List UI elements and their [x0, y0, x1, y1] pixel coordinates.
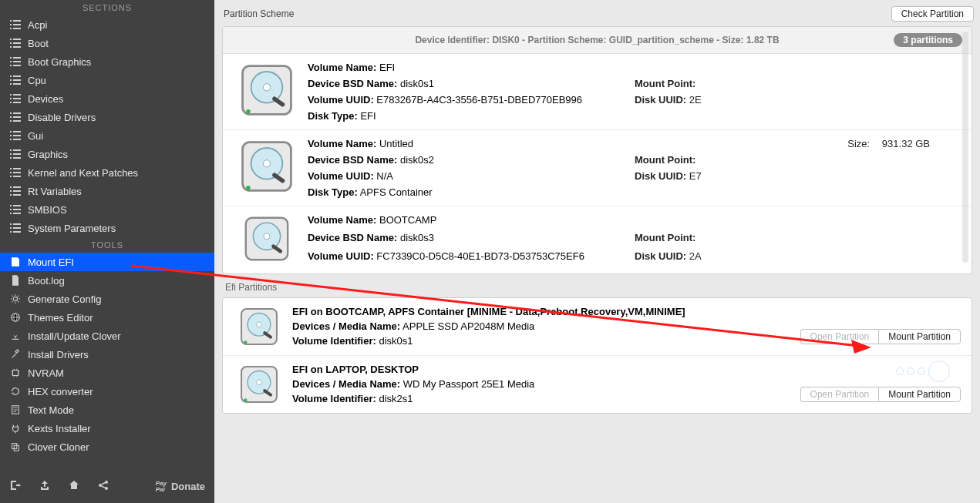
hdd-icon — [234, 138, 300, 198]
sidebar-item-label: NVRAM — [28, 367, 64, 379]
home-icon[interactable] — [68, 479, 80, 494]
share-icon[interactable] — [97, 479, 109, 494]
svg-point-18 — [246, 186, 251, 190]
sidebar-item-label: Install/Update Clover — [28, 330, 121, 342]
svg-point-30 — [257, 380, 262, 385]
list-icon — [9, 203, 22, 216]
paypal-icon: PayPal — [156, 481, 167, 493]
vertical-scrollbar[interactable] — [962, 32, 968, 263]
device-summary: Device Identifier: DISK0 - Partition Sch… — [232, 35, 962, 45]
sidebar-item-label: Generate Config — [28, 293, 101, 305]
efi-row[interactable]: EFI on BOOTCAMP, APFS Container [MINIME … — [223, 298, 972, 355]
sidebar-section-disable-drivers[interactable]: Disable Drivers — [0, 108, 214, 126]
efi-partitions-panel: EFI on BOOTCAMP, APFS Container [MINIME … — [222, 297, 972, 414]
globe-icon — [9, 311, 22, 324]
sidebar-item-label: Clover Cloner — [28, 441, 89, 453]
sidebar-item-label: Gui — [28, 130, 43, 142]
open-partition-button[interactable]: Open Partition — [800, 387, 879, 402]
partition-list[interactable]: Volume Name: EFI Device BSD Name: disk0s… — [223, 54, 972, 270]
sidebar-section-system-parameters[interactable]: System Parameters — [0, 219, 214, 237]
sidebar-tool-hex-converter[interactable]: HEX converter — [0, 382, 214, 401]
sidebar-item-label: Disable Drivers — [28, 112, 96, 123]
plug-icon — [9, 422, 22, 434]
sidebar-item-label: Text Mode — [28, 404, 74, 416]
partition-row[interactable]: Volume Name: EFI Device BSD Name: disk0s… — [223, 54, 972, 129]
list-icon — [9, 92, 22, 105]
sidebar-section-boot[interactable]: Boot — [0, 34, 214, 52]
sidebar-section-smbios[interactable]: SMBIOS — [0, 200, 214, 219]
sidebar-tool-bootlog[interactable]: Boot.log — [0, 271, 214, 290]
sidebar: SECTIONS Acpi Boot Boot Graphics Cpu Dev… — [0, 0, 214, 503]
sidebar-bottom-bar: PayPal Donate — [0, 471, 214, 503]
sidebar-tool-generate-config[interactable]: Generate Config — [0, 290, 214, 308]
list-icon — [9, 18, 22, 31]
sidebar-tool-themes-editor[interactable]: Themes Editor — [0, 308, 214, 327]
sidebar-section-rt-variables[interactable]: Rt Variables — [0, 182, 214, 200]
list-icon — [9, 222, 22, 234]
gear-icon — [9, 293, 22, 305]
sidebar-tool-nvram[interactable]: NVRAM — [0, 364, 214, 382]
sidebar-item-label: Boot — [28, 38, 49, 49]
sidebar-tools-header: TOOLS — [0, 237, 214, 253]
svg-point-16 — [263, 160, 270, 167]
sidebar-section-gui[interactable]: Gui — [0, 126, 214, 145]
list-icon — [9, 111, 22, 123]
refresh-icon — [9, 385, 22, 397]
partition-row[interactable]: Volume Name: BOOTCAMP Device BSD Name: d… — [223, 206, 972, 270]
sidebar-item-label: Boot.log — [28, 275, 65, 287]
check-partition-button[interactable]: Check Partition — [891, 6, 974, 22]
open-partition-button[interactable]: Open Partition — [800, 329, 879, 344]
sidebar-section-acpi[interactable]: Acpi — [0, 15, 214, 34]
list-icon — [9, 129, 22, 142]
sidebar-section-graphics[interactable]: Graphics — [0, 145, 214, 163]
sidebar-item-label: Graphics — [28, 149, 68, 160]
efi-row[interactable]: EFI on LAPTOP, DESKTOP Devices / Media N… — [223, 355, 972, 413]
svg-point-25 — [257, 322, 262, 327]
list-icon — [9, 55, 22, 68]
copy-icon — [9, 441, 22, 453]
sidebar-section-devices[interactable]: Devices — [0, 89, 214, 108]
text-file-icon — [9, 404, 22, 416]
scheme-header: Device Identifier: DISK0 - Partition Sch… — [223, 27, 972, 54]
svg-point-7 — [105, 481, 108, 484]
sidebar-section-kernel-kext[interactable]: Kernel and Kext Patches — [0, 163, 214, 182]
sidebar-section-boot-graphics[interactable]: Boot Graphics — [0, 52, 214, 71]
main-content: Partition Scheme Check Partition Device … — [214, 0, 980, 503]
sidebar-tool-mount-efi[interactable]: Mount EFI — [0, 253, 214, 271]
svg-rect-2 — [13, 371, 19, 376]
list-icon — [9, 74, 22, 86]
mount-partition-button[interactable]: Mount Partition — [878, 387, 961, 402]
svg-point-32 — [244, 398, 247, 401]
donate-label: Donate — [171, 481, 205, 492]
svg-point-11 — [263, 84, 270, 91]
efi-title: EFI on LAPTOP, DESKTOP — [292, 364, 961, 375]
donate-button[interactable]: PayPal Donate — [156, 481, 205, 493]
sidebar-item-label: Install Drivers — [28, 349, 89, 360]
mount-partition-button[interactable]: Mount Partition — [878, 329, 961, 344]
sd-card-icon — [9, 256, 22, 268]
export-icon[interactable] — [39, 479, 51, 494]
sidebar-tool-kexts-installer[interactable]: Kexts Installer — [0, 419, 214, 438]
sidebar-section-cpu[interactable]: Cpu — [0, 71, 214, 89]
hdd-icon — [234, 62, 300, 122]
sidebar-tool-text-mode[interactable]: Text Mode — [0, 401, 214, 419]
sidebar-item-label: Kexts Installer — [28, 423, 91, 434]
sidebar-item-label: Acpi — [28, 19, 47, 31]
sidebar-tool-install-clover[interactable]: Install/Update Clover — [0, 327, 214, 345]
efi-partitions-title: Efi Partitions — [214, 274, 980, 296]
svg-point-0 — [13, 297, 17, 300]
watermark — [896, 360, 950, 382]
partition-row[interactable]: Volume Name: Untitled Size: 931.32 GB De… — [223, 129, 972, 206]
sidebar-tool-clover-cloner[interactable]: Clover Cloner — [0, 438, 214, 456]
hdd-icon — [234, 364, 285, 405]
svg-point-21 — [264, 233, 270, 240]
topbar: Partition Scheme Check Partition — [214, 0, 980, 23]
sidebar-tool-install-drivers[interactable]: Install Drivers — [0, 345, 214, 364]
sidebar-item-label: Rt Variables — [28, 186, 82, 197]
list-icon — [9, 185, 22, 197]
logout-icon[interactable] — [9, 479, 22, 494]
document-icon — [9, 274, 22, 287]
sidebar-sections-list: Acpi Boot Boot Graphics Cpu Devices Disa… — [0, 15, 214, 237]
sidebar-item-label: Themes Editor — [28, 312, 93, 324]
sidebar-item-label: HEX converter — [28, 386, 93, 397]
